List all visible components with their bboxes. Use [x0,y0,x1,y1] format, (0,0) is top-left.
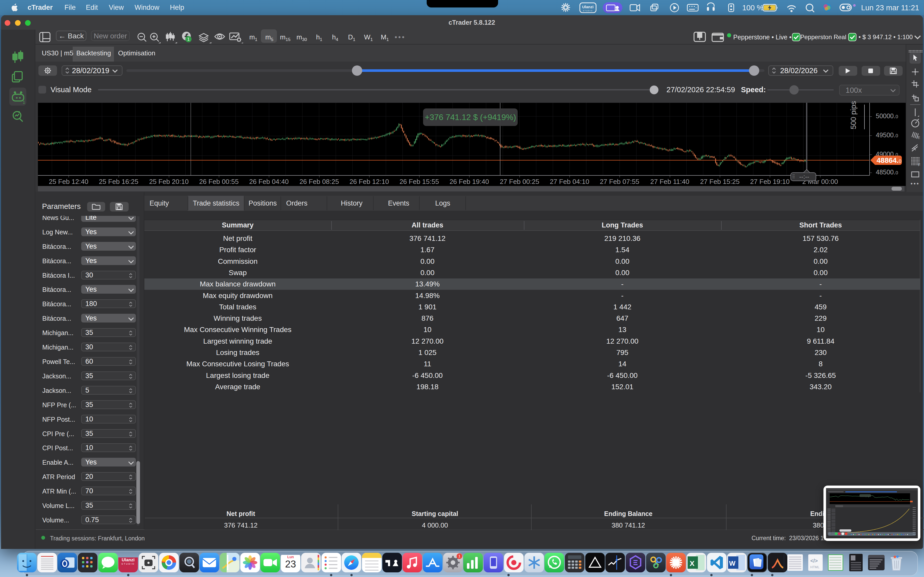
svg-text:F: F [918,163,921,167]
svg-text:0: 0 [899,158,901,164]
svg-text:E: E [918,135,920,140]
svg-text:48864.: 48864. [877,156,899,164]
